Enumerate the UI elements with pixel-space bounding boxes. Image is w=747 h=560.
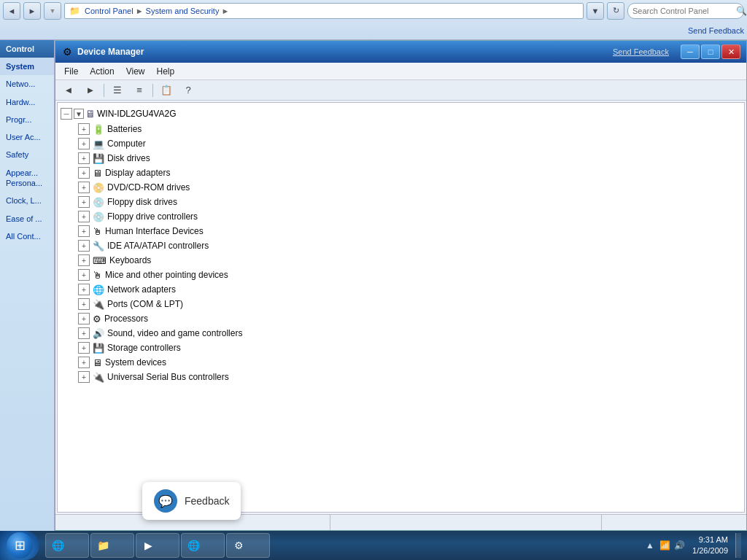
maximize-button[interactable]: □	[701, 44, 720, 59]
floppy-disk-expand[interactable]: +	[78, 196, 90, 208]
sidebar-item-programs[interactable]: Progr...	[0, 111, 54, 128]
window-send-feedback[interactable]: Send Feedback	[613, 47, 669, 56]
root-expand-icon[interactable]: ─	[61, 108, 72, 120]
tray-network-icon[interactable]: 📶	[659, 540, 670, 551]
sidebar-item-safety[interactable]: Safety	[0, 146, 54, 163]
mice-label: Mice and other pointing devices	[105, 270, 228, 280]
tree-item-sound[interactable]: + 🔊 Sound, video and game controllers	[58, 326, 744, 341]
status-segment-3	[602, 515, 743, 530]
ports-expand[interactable]: +	[78, 298, 90, 310]
taskbar-item-device-mgr[interactable]: ⚙	[226, 533, 270, 558]
back-button[interactable]: ◄	[3, 2, 20, 20]
device-tree[interactable]: ─ ▼ 🖥 WIN-IDL2GU4VA2G + 🔋 Batteries + 💻 …	[57, 102, 745, 513]
hid-expand[interactable]: +	[78, 225, 90, 237]
tree-root-node[interactable]: ─ ▼ 🖥 WIN-IDL2GU4VA2G	[58, 106, 744, 122]
taskbar-item-network[interactable]: 🌐	[181, 533, 225, 558]
sidebar-item-ease[interactable]: Ease of ...	[0, 210, 54, 228]
menu-help[interactable]: Help	[151, 64, 181, 79]
display-expand[interactable]: +	[78, 167, 90, 179]
tree-item-ports[interactable]: + 🔌 Ports (COM & LPT)	[58, 297, 744, 311]
tray-volume-icon[interactable]: 🔊	[673, 540, 685, 551]
breadcrumb-system-security[interactable]: System and Security	[146, 7, 220, 15]
tree-item-mice[interactable]: + 🖱 Mice and other pointing devices	[58, 268, 744, 282]
disk-expand[interactable]: +	[78, 152, 90, 164]
toolbar-expand[interactable]: ☰	[107, 82, 128, 98]
storage-expand[interactable]: +	[78, 342, 90, 354]
toolbar-help[interactable]: ?	[178, 82, 198, 98]
sound-label: Sound, video and game controllers	[107, 328, 242, 338]
breadcrumb-control-panel[interactable]: Control Panel	[85, 7, 133, 15]
floppy-ctrl-expand[interactable]: +	[78, 211, 90, 222]
toolbar-collapse[interactable]: ≡	[129, 82, 150, 98]
close-button[interactable]: ✕	[721, 44, 740, 59]
start-button[interactable]: ⊞	[0, 531, 39, 560]
usb-expand[interactable]: +	[78, 371, 90, 383]
tree-item-system-devices[interactable]: + 🖥 System devices	[58, 355, 744, 370]
sidebar-item-system[interactable]: System	[0, 58, 54, 75]
sound-expand[interactable]: +	[78, 327, 90, 339]
tree-item-keyboards[interactable]: + ⌨ Keyboards	[58, 253, 744, 268]
network-expand[interactable]: +	[78, 284, 90, 295]
address-bar: ◄ ► ▼ 📁 Control Panel ► System and Secur…	[0, 0, 747, 40]
tree-item-processors[interactable]: + ⚙ Processors	[58, 311, 744, 326]
tree-item-hid[interactable]: + 🖱 Human Interface Devices	[58, 224, 744, 238]
clock-display[interactable]: 9:31 AM 1/26/2009	[689, 534, 731, 557]
toolbar-properties[interactable]: 📋	[156, 82, 177, 98]
tree-item-computer[interactable]: + 💻 Computer	[58, 136, 744, 151]
tree-item-ide[interactable]: + 🔧 IDE ATA/ATAPI controllers	[58, 238, 744, 253]
window-app-icon: ⚙	[61, 46, 73, 58]
sidebar-item-allcontrol[interactable]: All Cont...	[0, 228, 54, 245]
feedback-bubble: 💬 Feedback	[142, 482, 241, 520]
sidebar-item-appearance[interactable]: Appear... Persona...	[0, 164, 54, 192]
tree-item-usb[interactable]: + 🔌 Universal Serial Bus controllers	[58, 370, 744, 384]
search-input[interactable]	[632, 7, 733, 15]
batteries-icon: 🔋	[93, 124, 104, 135]
sidebar-item-clock[interactable]: Clock, L...	[0, 192, 54, 209]
taskbar-item-media[interactable]: ▶	[136, 533, 179, 558]
mice-icon: 🖱	[93, 270, 102, 281]
device-manager-window: ⚙ Device Manager Send Feedback ─ □ ✕ Fil…	[55, 40, 747, 531]
refresh-button[interactable]: ↻	[607, 2, 624, 20]
ports-icon: 🔌	[93, 299, 104, 310]
explorer-icon: 📁	[97, 540, 109, 551]
path-dropdown-button[interactable]: ▼	[587, 2, 604, 20]
menu-action[interactable]: Action	[84, 64, 120, 79]
tree-item-display[interactable]: + 🖥 Display adapters	[58, 166, 744, 180]
toolbar-forward[interactable]: ►	[80, 82, 101, 98]
tree-item-network[interactable]: + 🌐 Network adapters	[58, 282, 744, 297]
usb-icon: 🔌	[93, 372, 104, 383]
tree-item-disk-drives[interactable]: + 💾 Disk drives	[58, 151, 744, 166]
forward-button[interactable]: ►	[23, 2, 41, 20]
sidebar-item-hardware[interactable]: Hardw...	[0, 93, 54, 111]
taskbar-item-ie[interactable]: 🌐	[45, 533, 89, 558]
send-feedback-link[interactable]: Send Feedback	[688, 26, 744, 35]
processors-expand[interactable]: +	[78, 313, 90, 324]
dvd-expand[interactable]: +	[78, 182, 90, 193]
up-button[interactable]: ▼	[44, 2, 61, 20]
menu-file[interactable]: File	[58, 64, 84, 79]
minimize-button[interactable]: ─	[681, 44, 700, 59]
keyboards-icon: ⌨	[93, 255, 107, 266]
mice-expand[interactable]: +	[78, 269, 90, 281]
toolbar-back[interactable]: ◄	[58, 82, 79, 98]
tray-show-hidden[interactable]: ▲	[644, 540, 656, 551]
sidebar-header: Control	[0, 40, 54, 58]
keyboards-expand[interactable]: +	[78, 254, 90, 266]
show-desktop-button[interactable]	[735, 533, 741, 558]
computer-expand[interactable]: +	[78, 138, 90, 149]
tree-item-storage[interactable]: + 💾 Storage controllers	[58, 341, 744, 355]
menu-view[interactable]: View	[120, 64, 151, 79]
sidebar-item-user-accounts[interactable]: User Ac...	[0, 128, 54, 146]
start-orb: ⊞	[7, 532, 33, 559]
tree-item-floppy-ctrl[interactable]: + 💿 Floppy drive controllers	[58, 209, 744, 224]
search-box[interactable]: 🔍	[627, 3, 744, 19]
ide-expand[interactable]: +	[78, 240, 90, 252]
tree-item-dvd[interactable]: + 📀 DVD/CD-ROM drives	[58, 180, 744, 195]
taskbar-item-explorer[interactable]: 📁	[90, 533, 134, 558]
tree-item-batteries[interactable]: + 🔋 Batteries	[58, 122, 744, 136]
sidebar-item-network[interactable]: Netwo...	[0, 75, 54, 93]
batteries-expand[interactable]: +	[78, 123, 90, 135]
tree-item-floppy-disk[interactable]: + 💿 Floppy disk drives	[58, 195, 744, 209]
processors-label: Processors	[104, 314, 148, 324]
system-devices-expand[interactable]: +	[78, 357, 90, 368]
